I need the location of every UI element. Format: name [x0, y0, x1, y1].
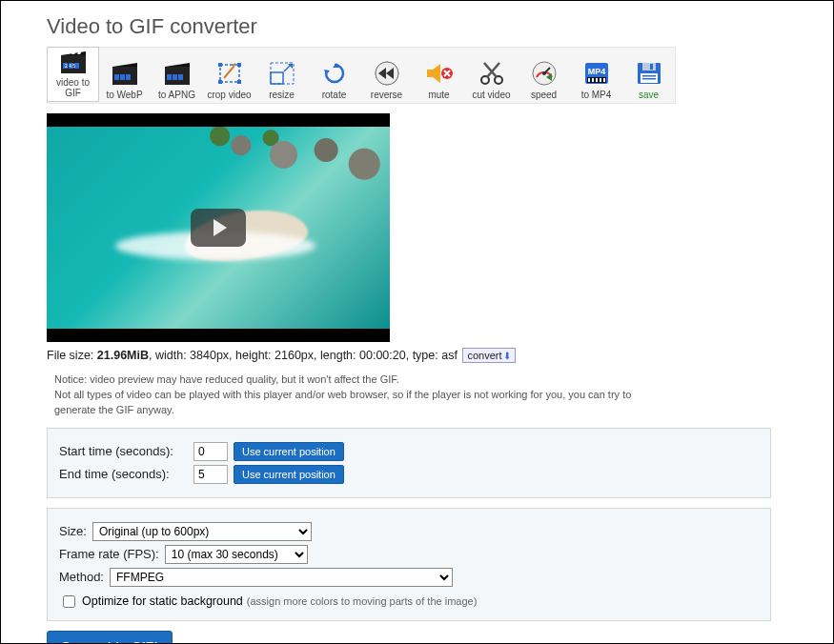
fps-label: Frame rate (FPS):: [59, 547, 159, 561]
svg-text:2 4 5: 2 4 5: [65, 63, 75, 69]
tool-label: mute: [428, 91, 449, 101]
svg-rect-7: [66, 51, 70, 54]
svg-rect-23: [218, 80, 222, 84]
tool-label: cut video: [472, 91, 510, 101]
start-time-input[interactable]: [193, 442, 228, 461]
size-select[interactable]: Original (up to 600px): [92, 522, 312, 541]
clapper-icon: [111, 59, 139, 88]
tool-label: to WebP: [106, 91, 142, 101]
tool-label: reverse: [371, 91, 402, 101]
svg-marker-19: [165, 63, 190, 67]
optimize-hint: (assign more colors to moving parts of t…: [247, 595, 478, 607]
svg-rect-27: [271, 72, 283, 84]
svg-rect-48: [600, 78, 601, 82]
svg-rect-6: [60, 51, 64, 54]
svg-rect-54: [642, 75, 656, 77]
use-current-end-button[interactable]: Use current position: [234, 465, 344, 484]
tool-reverse[interactable]: reverse: [360, 48, 413, 103]
app-frame: Video to GIF converter 2 4 5 video to GI…: [0, 0, 834, 644]
tool-label: crop video: [207, 91, 251, 101]
tool-label: resize: [269, 91, 295, 101]
end-time-input[interactable]: [193, 465, 228, 484]
optimize-checkbox[interactable]: [63, 595, 75, 608]
play-icon: [214, 219, 227, 236]
optimize-label: Optimize for static background: [82, 594, 243, 608]
tool-label: video to GIF: [48, 78, 98, 98]
download-icon: ⬇: [503, 351, 511, 361]
method-select[interactable]: FFMPEG: [110, 568, 453, 587]
svg-rect-51: [642, 63, 656, 70]
tool-speed[interactable]: speed: [518, 48, 570, 103]
svg-rect-18: [178, 74, 183, 80]
tool-video-to-gif[interactable]: 2 4 5 video to GIF: [47, 47, 99, 102]
file-type: asf: [441, 349, 458, 362]
svg-rect-55: [642, 78, 656, 80]
mp4-icon: MP4: [582, 59, 611, 88]
svg-rect-11: [114, 74, 119, 80]
svg-rect-20: [220, 65, 239, 82]
file-size-label: File size:: [47, 349, 97, 362]
tool-label: save: [639, 91, 659, 101]
toolbar: 2 4 5 video to GIF to WebP to APNG crop …: [47, 47, 676, 104]
svg-rect-47: [596, 78, 598, 82]
crop-icon: [215, 59, 244, 88]
svg-rect-16: [167, 74, 172, 80]
file-length: 00:00:20: [359, 349, 406, 362]
svg-marker-35: [427, 64, 440, 83]
resize-icon: [268, 59, 296, 88]
svg-rect-22: [237, 63, 241, 67]
tool-to-apng[interactable]: to APNG: [151, 48, 203, 103]
fps-select[interactable]: 10 (max 30 seconds): [165, 545, 308, 564]
reverse-icon: [373, 59, 401, 88]
end-time-label: End time (seconds):: [59, 467, 188, 481]
tool-label: speed: [531, 91, 557, 101]
tool-resize[interactable]: resize: [255, 48, 308, 103]
svg-rect-17: [173, 74, 177, 80]
start-time-label: Start time (seconds):: [59, 444, 188, 458]
tool-cut-video[interactable]: cut video: [465, 48, 518, 103]
clapper-icon: 2 4 5: [59, 48, 88, 75]
tool-to-webp[interactable]: to WebP: [98, 48, 151, 103]
tool-mute[interactable]: mute: [413, 48, 465, 103]
method-label: Method:: [59, 570, 104, 584]
file-size-value: 21.96MiB: [97, 349, 149, 362]
play-button[interactable]: [191, 209, 246, 247]
tool-label: to MP4: [581, 91, 612, 101]
svg-rect-13: [126, 74, 131, 80]
mute-icon: [425, 59, 454, 88]
gauge-icon: [530, 59, 559, 88]
convert-to-gif-button[interactable]: Convert to GIF!: [47, 631, 173, 644]
svg-rect-46: [592, 78, 594, 82]
tool-label: to APNG: [158, 91, 195, 101]
svg-rect-24: [237, 80, 241, 84]
svg-rect-52: [650, 64, 653, 70]
size-label: Size:: [59, 524, 87, 538]
use-current-start-button[interactable]: Use current position: [234, 442, 344, 461]
floppy-icon: [635, 59, 663, 88]
svg-rect-49: [603, 78, 605, 82]
tool-save[interactable]: save: [622, 48, 675, 103]
svg-rect-45: [588, 78, 590, 82]
svg-rect-21: [218, 63, 222, 67]
clapper-icon: [163, 59, 192, 88]
file-width: 3840px: [190, 349, 229, 362]
page-title: Video to GIF converter: [47, 14, 814, 39]
file-height: 2160px: [275, 349, 314, 362]
svg-rect-12: [120, 74, 125, 80]
tool-to-mp4[interactable]: MP4 to MP4: [570, 48, 622, 103]
tool-rotate[interactable]: rotate: [308, 48, 360, 103]
scissors-icon: [478, 59, 506, 88]
tool-crop-video[interactable]: crop video: [203, 48, 255, 103]
notice-text: Notice: video preview may have reduced q…: [54, 372, 645, 418]
svg-text:MP4: MP4: [587, 67, 605, 76]
time-panel: Start time (seconds): Use current positi…: [47, 428, 771, 498]
settings-panel: Size: Original (up to 600px) Frame rate …: [47, 508, 771, 621]
file-info: File size: 21.96MiB, width: 3840px, heig…: [47, 348, 814, 363]
svg-point-40: [542, 71, 546, 75]
tool-label: rotate: [322, 91, 347, 101]
rotate-icon: [320, 59, 349, 88]
video-preview[interactable]: [47, 113, 390, 342]
svg-marker-14: [112, 63, 137, 67]
convert-small-button[interactable]: convert ⬇: [462, 348, 516, 363]
